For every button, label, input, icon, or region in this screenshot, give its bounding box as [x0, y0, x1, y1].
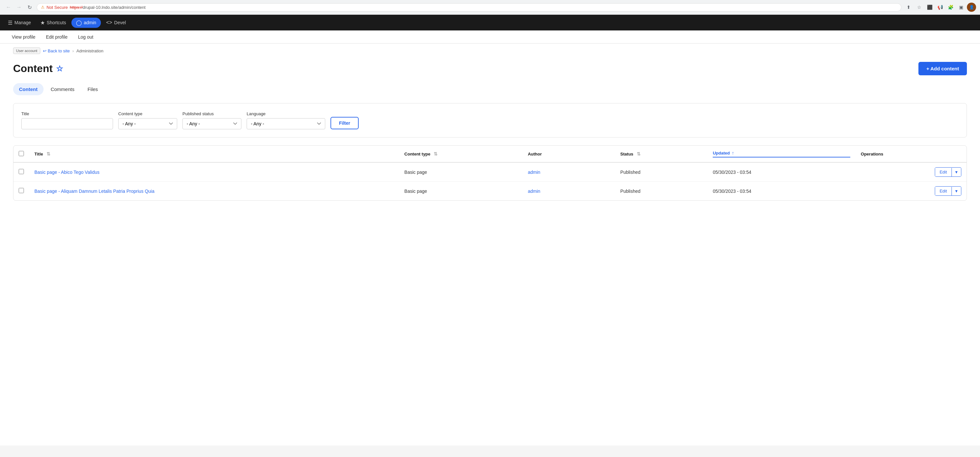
back-label: Back to site — [48, 48, 70, 53]
row2-content-type: Basic page — [404, 189, 427, 194]
devel-label: Devel — [114, 20, 126, 25]
content-tabs: Content Comments Files — [13, 83, 967, 95]
toolbar-admin-user[interactable]: ◯ admin — [72, 17, 101, 28]
row2-author-link[interactable]: admin — [528, 189, 540, 194]
row1-checkbox-cell — [13, 162, 29, 182]
toolbar-manage[interactable]: ☰ Manage — [4, 17, 35, 29]
tab-content[interactable]: Content — [13, 83, 44, 95]
megaphone-button[interactable]: 📢 — [935, 3, 945, 12]
row2-checkbox-cell — [13, 182, 29, 201]
security-warning: ⚠ — [41, 5, 45, 10]
th-author-text: Author — [528, 152, 542, 157]
back-button[interactable]: ← — [4, 3, 13, 12]
row1-edit-button[interactable]: Edit — [935, 168, 951, 176]
row1-updated: 05/30/2023 - 03:54 — [713, 170, 751, 175]
row2-author-cell: admin — [522, 182, 615, 201]
browser-nav-buttons: ← → ↻ — [4, 3, 34, 12]
th-status[interactable]: Status ⇅ — [615, 146, 708, 162]
th-content-type-text: Content type — [404, 152, 430, 157]
manage-label: Manage — [14, 20, 31, 25]
title-sort-handle: ⇅ — [46, 151, 51, 157]
browser-actions: ⬆ ☆ ⬛ 📢 🧩 ▣ 👤 — [904, 3, 976, 12]
favorite-star-icon[interactable]: ☆ — [56, 64, 63, 73]
th-title[interactable]: Title ⇅ — [29, 146, 399, 162]
row1-title-link[interactable]: Basic page - Abico Tego Validus — [34, 170, 100, 175]
row1-updated-cell: 05/30/2023 - 03:54 — [708, 162, 856, 182]
row2-checkbox[interactable] — [19, 188, 24, 193]
page-content: Content ☆ + Add content Content Comments… — [0, 54, 980, 446]
url-domain: drupal-10.lndo.site — [83, 5, 118, 10]
table-header: Title ⇅ Content type ⇅ Author — [13, 146, 967, 162]
filter-button[interactable]: Filter — [331, 117, 359, 129]
row1-checkbox[interactable] — [19, 169, 24, 174]
back-to-site-link[interactable]: ↩ Back to site — [43, 48, 70, 53]
content-type-select[interactable]: - Any - Basic page Article — [118, 118, 177, 129]
row1-author-cell: admin — [522, 162, 615, 182]
address-bar[interactable]: ⚠ Not Secure https://drupal-10.lndo.site… — [37, 3, 901, 11]
content-type-label: Content type — [118, 111, 177, 116]
row2-content-type-cell: Basic page — [399, 182, 523, 201]
content-table: Title ⇅ Content type ⇅ Author — [13, 146, 967, 200]
table-row: Basic page - Abico Tego Validus Basic pa… — [13, 162, 967, 182]
browser-toolbar: ← → ↻ ⚠ Not Secure https://drupal-10.lnd… — [0, 0, 980, 14]
bookmark-button[interactable]: ☆ — [915, 3, 924, 12]
breadcrumb-tooltip: User account — [13, 48, 40, 54]
row1-edit-dropdown-button[interactable]: ▼ — [951, 168, 961, 176]
content-table-section: Title ⇅ Content type ⇅ Author — [13, 145, 967, 201]
content-type-sort-handle: ⇅ — [434, 151, 438, 157]
edit-profile-link[interactable]: Edit profile — [41, 32, 73, 42]
row1-author-link[interactable]: admin — [528, 170, 540, 175]
th-title-text: Title — [34, 152, 43, 157]
table-body: Basic page - Abico Tego Validus Basic pa… — [13, 162, 967, 200]
row2-edit-group: Edit ▼ — [935, 186, 961, 196]
profile-avatar[interactable]: 👤 — [967, 3, 976, 12]
shortcuts-label: Shortcuts — [47, 20, 66, 25]
row1-status-cell: Published — [615, 162, 708, 182]
user-menu-bar: View profile Edit profile Log out — [0, 30, 980, 44]
published-status-select[interactable]: - Any - Published Unpublished — [183, 118, 242, 129]
th-updated[interactable]: Updated ↑ — [708, 146, 856, 162]
log-out-link[interactable]: Log out — [73, 32, 99, 42]
reload-button[interactable]: ↻ — [25, 3, 34, 12]
table-row: Basic page - Aliquam Damnum Letalis Patr… — [13, 182, 967, 201]
filter-row: Title Content type - Any - Basic page Ar… — [21, 111, 959, 129]
forward-button[interactable]: → — [14, 3, 24, 12]
table-header-row: Title ⇅ Content type ⇅ Author — [13, 146, 967, 162]
extensions-button[interactable]: 🧩 — [946, 3, 955, 12]
row1-content-type: Basic page — [404, 170, 427, 175]
filter-language-field: Language - Any - English French — [247, 111, 325, 129]
url-path: /admin/content — [118, 5, 145, 10]
select-all-checkbox[interactable] — [19, 151, 24, 156]
th-updated-text: Updated — [713, 151, 730, 156]
breadcrumb-separator: › — [72, 48, 74, 53]
row2-title-cell: Basic page - Aliquam Damnum Letalis Patr… — [29, 182, 399, 201]
row1-status: Published — [620, 170, 641, 175]
share-button[interactable]: ⬆ — [904, 3, 913, 12]
row2-title-link[interactable]: Basic page - Aliquam Damnum Letalis Patr… — [34, 189, 154, 194]
th-checkbox — [13, 146, 29, 162]
page-title: Content ☆ — [13, 62, 63, 75]
cast-button[interactable]: ⬛ — [925, 3, 934, 12]
status-sort-handle: ⇅ — [637, 151, 641, 157]
row2-edit-dropdown-button[interactable]: ▼ — [951, 187, 961, 195]
language-label: Language — [247, 111, 325, 116]
language-select[interactable]: - Any - English French — [247, 118, 325, 129]
sidebar-button[interactable]: ▣ — [956, 3, 966, 12]
view-profile-link[interactable]: View profile — [6, 32, 41, 42]
tab-comments[interactable]: Comments — [45, 83, 81, 95]
th-author: Author — [522, 146, 615, 162]
page-header: Content ☆ + Add content — [13, 62, 967, 75]
row2-status: Published — [620, 189, 641, 194]
add-content-button[interactable]: + Add content — [918, 62, 967, 75]
filter-section: Title Content type - Any - Basic page Ar… — [13, 103, 967, 138]
th-content-type[interactable]: Content type ⇅ — [399, 146, 523, 162]
toolbar-shortcuts[interactable]: ★ Shortcuts — [37, 17, 70, 29]
toolbar-devel[interactable]: <> Devel — [102, 17, 130, 28]
url-protocol: https:// — [70, 5, 83, 10]
tab-files[interactable]: Files — [81, 83, 104, 95]
row1-title-cell: Basic page - Abico Tego Validus — [29, 162, 399, 182]
title-input[interactable] — [21, 118, 113, 129]
filter-content-type-field: Content type - Any - Basic page Article — [118, 111, 177, 129]
row2-edit-button[interactable]: Edit — [935, 187, 951, 195]
row1-edit-group: Edit ▼ — [935, 167, 961, 177]
